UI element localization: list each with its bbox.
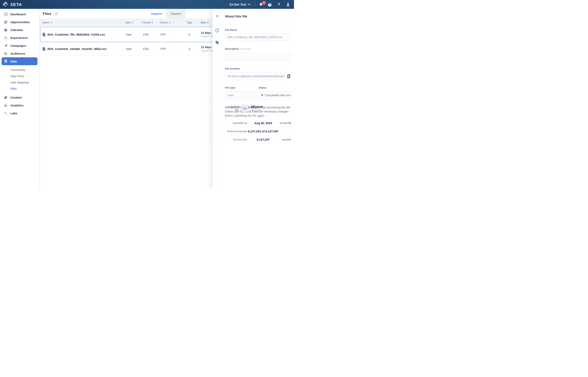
- sidebar-item-audiences[interactable]: Audiences: [0, 49, 39, 57]
- description-input[interactable]: [225, 52, 291, 61]
- info-icon: [215, 28, 219, 33]
- target-icon: [3, 20, 8, 24]
- documents-icon: [3, 95, 8, 100]
- tab-imports[interactable]: Imports: [147, 9, 166, 18]
- section-divider: [213, 116, 294, 116]
- sidebar-item-connectivity[interactable]: Connectivity: [0, 67, 39, 73]
- source-size-unit: records: [279, 138, 291, 141]
- status-dot-icon: [261, 94, 263, 96]
- sidebar-item-analytics[interactable]: Analytics: [0, 101, 39, 109]
- sidebar-item-data[interactable]: Data: [1, 57, 37, 65]
- sidebar-item-data-mappings[interactable]: Data Mappings: [0, 79, 39, 86]
- sort-icon: [151, 21, 153, 24]
- importer-name: API User: [251, 105, 263, 108]
- sidebar-label: Content: [11, 96, 22, 99]
- uploaded-at-row: Uploaded at: Aug 25, 2023 12:44 PM: [225, 119, 291, 127]
- flow-icon: [3, 36, 8, 40]
- close-icon: [216, 14, 219, 18]
- source-cell: FTP: [161, 27, 166, 42]
- sidebar-item-opportunities[interactable]: Opportunities: [0, 18, 39, 26]
- sidebar-item-data-flows[interactable]: Data Flows: [0, 73, 39, 79]
- tab-exports[interactable]: Exports: [166, 9, 185, 18]
- row-divider: [213, 143, 294, 144]
- column-header-type[interactable]: Type: [125, 18, 133, 26]
- zeta-logo-icon: [2, 1, 9, 7]
- section-divider: [213, 100, 294, 101]
- brand[interactable]: ZETA: [0, 1, 22, 7]
- notifications-button[interactable]: 3: [259, 2, 263, 7]
- status-box: Completed with errors: [259, 91, 291, 99]
- gear-icon: [268, 2, 272, 6]
- page-title: Files: [43, 12, 51, 16]
- sidebar-item-campaigns[interactable]: Campaigns: [0, 42, 39, 49]
- top-navbar: ZETA ZX Dev Test 3: [0, 0, 294, 9]
- imported-by-label: Imported by:: [225, 105, 239, 111]
- file-icon: [42, 47, 46, 51]
- database-icon: [3, 59, 8, 63]
- sidebar-item-dashboard[interactable]: Dashboard: [0, 10, 39, 18]
- sidebar-label: Calendar: [11, 28, 23, 32]
- sort-icon: [207, 21, 209, 24]
- people-icon: [3, 51, 8, 56]
- rows-processed-value: 6,137,022 of 6,137,047: [247, 130, 279, 133]
- copy-location-button[interactable]: [286, 74, 291, 79]
- panel-title: About this file: [225, 9, 247, 24]
- file-type-input[interactable]: User: [225, 91, 257, 99]
- sort-icon: [131, 21, 133, 24]
- optional-hint: (Optional): [240, 47, 251, 50]
- type-cell: User: [126, 27, 132, 42]
- column-header-source[interactable]: Source: [160, 18, 171, 26]
- person-icon: [286, 2, 290, 6]
- sidebar-label: Campaigns: [11, 44, 26, 47]
- account-name: ZX Dev Test: [230, 3, 246, 6]
- settings-button[interactable]: [268, 2, 272, 7]
- close-panel-button[interactable]: [213, 13, 222, 19]
- avatar: AU: [241, 105, 248, 112]
- sidebar: Dashboard Opportunities Calendar Experie…: [0, 9, 39, 188]
- table-row[interactable]: dish_customer_sample_records_0822.csv Us…: [40, 42, 223, 56]
- clipboard-plus-icon: [287, 74, 291, 79]
- file-details-panel: About this file File Name dish_Customer_…: [213, 9, 294, 188]
- navbar-right: ZX Dev Test 3: [230, 2, 294, 7]
- uploaded-at-value: Aug 25, 2023: [247, 121, 279, 125]
- sidebar-item-content[interactable]: Content: [0, 94, 39, 101]
- data-subnav: Connectivity Data Flows Data Mappings Fi…: [0, 67, 39, 92]
- column-header-format[interactable]: Format: [142, 18, 153, 26]
- app-window: ZETA ZX Dev Test 3: [0, 0, 294, 188]
- sidebar-item-files[interactable]: Files: [0, 86, 39, 92]
- question-mark-icon: ?: [278, 2, 280, 7]
- source-cell: FTP: [161, 42, 166, 55]
- rows-processed-row: Rows processed: 6,137,022 of 6,137,047: [225, 127, 291, 135]
- column-header-date[interactable]: Date: [201, 18, 209, 26]
- sidebar-item-labs[interactable]: Labs: [0, 109, 39, 117]
- sidebar-item-experiences[interactable]: Experiences: [0, 34, 39, 42]
- table-row[interactable]: dish_Customer_file_08222023_CASS.csv Use…: [40, 27, 223, 42]
- file-name: dish_customer_sample_records_0822.csv: [47, 47, 106, 50]
- tags-tab-button[interactable]: [213, 40, 222, 46]
- sidebar-label: Opportunities: [11, 20, 30, 24]
- status-value: Completed with errors: [265, 94, 291, 97]
- uploaded-at-time: 12:44 PM: [279, 121, 291, 125]
- tags-cell: 0: [189, 42, 190, 55]
- files-count-badge: 2: [53, 12, 59, 16]
- file-cell: dish_Customer_file_08222023_CASS.csv: [42, 27, 105, 42]
- help-button[interactable]: ?: [277, 2, 281, 7]
- sort-icon: [169, 21, 171, 24]
- file-type-label: File type: [225, 86, 257, 89]
- source-size-label: Source size:: [225, 138, 247, 141]
- panel-rail: [213, 9, 222, 188]
- account-switcher[interactable]: ZX Dev Test: [230, 3, 251, 6]
- file-icon: [42, 33, 46, 36]
- file-name-input[interactable]: dish_Customer_file_08222023_CASS.csv: [225, 33, 291, 41]
- column-header-tags[interactable]: Tags: [187, 18, 192, 26]
- sort-icon: [50, 21, 52, 24]
- info-tab-button[interactable]: [213, 27, 222, 33]
- chevron-down-icon: [248, 3, 251, 5]
- source-size-row: Source size: 6,137,047 records: [225, 135, 291, 143]
- file-location-input[interactable]: s3://res.nudgespot.com/subscriber/upload…: [225, 72, 284, 80]
- tags-cell: 0: [189, 27, 190, 42]
- sidebar-item-calendar[interactable]: Calendar: [0, 26, 39, 34]
- format-cell: CSV: [143, 42, 149, 55]
- user-menu-button[interactable]: [286, 2, 290, 7]
- column-header-name[interactable]: Name: [42, 18, 52, 26]
